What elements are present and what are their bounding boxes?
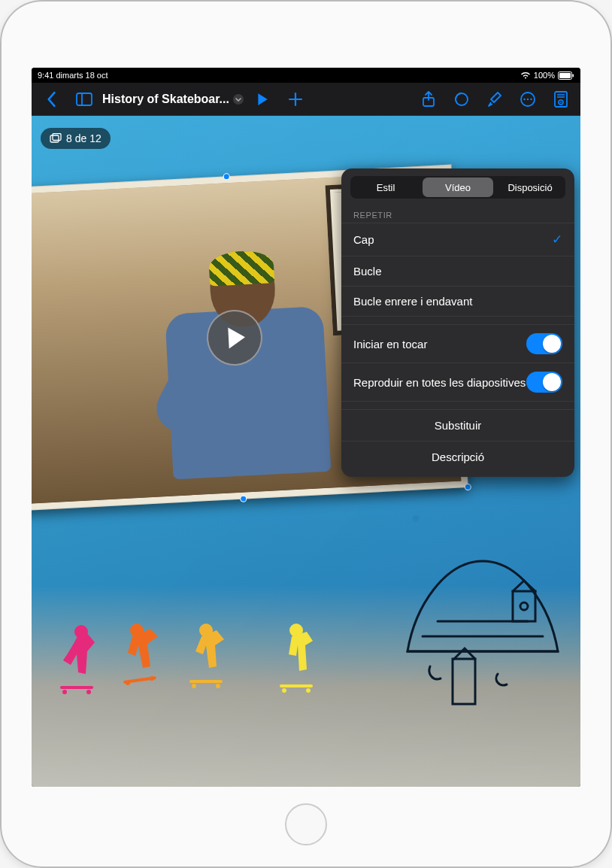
app-toolbar: History of Skateboar... <box>32 83 580 116</box>
format-tabs: Estil Vídeo Disposició <box>350 176 565 199</box>
wifi-icon <box>520 71 531 79</box>
play-presentation-button[interactable] <box>247 84 277 114</box>
animate-button[interactable] <box>447 84 477 114</box>
status-time: 9:41 dimarts 18 oct <box>38 71 108 80</box>
start-on-tap-row[interactable]: Iniciar en tocar <box>341 324 574 363</box>
svg-point-10 <box>527 98 529 99</box>
start-on-tap-label: Iniciar en tocar <box>353 338 427 351</box>
repeat-none-label: Cap <box>353 233 374 246</box>
slide-canvas[interactable]: 8 de 12 <box>32 116 580 787</box>
section-repeat-title: REPETIR <box>341 206 574 223</box>
document-title: History of Skateboar... <box>102 93 229 106</box>
checkmark-icon: ✓ <box>552 232 562 247</box>
svg-rect-2 <box>573 74 574 77</box>
svg-rect-17 <box>50 135 59 142</box>
svg-point-26 <box>150 676 154 681</box>
reading-mode-button[interactable] <box>546 84 576 114</box>
document-title-group[interactable]: History of Skateboar... <box>102 93 244 106</box>
svg-rect-28 <box>189 680 223 683</box>
play-all-slides-label: Reproduir en totes les diapositives <box>353 376 526 389</box>
tab-video[interactable]: Vídeo <box>423 178 493 197</box>
svg-rect-20 <box>60 686 93 689</box>
svg-point-11 <box>530 98 532 99</box>
repeat-options-group: Cap ✓ Bucle Bucle enrere i endavant <box>341 223 574 317</box>
svg-point-30 <box>216 684 220 688</box>
svg-point-34 <box>306 688 311 693</box>
svg-point-21 <box>62 690 67 694</box>
slide-counter-badge[interactable]: 8 de 12 <box>41 128 111 149</box>
svg-point-22 <box>86 690 91 694</box>
replace-button[interactable]: Substituir <box>341 409 574 441</box>
svg-point-25 <box>126 681 130 685</box>
battery-pct: 100% <box>534 71 555 80</box>
more-button[interactable] <box>513 84 543 114</box>
chevron-down-icon <box>232 93 244 105</box>
skater-graphic <box>54 621 102 697</box>
share-button[interactable] <box>414 84 444 114</box>
tab-layout[interactable]: Disposició <box>495 176 565 199</box>
format-popover: Estil Vídeo Disposició REPETIR Cap ✓ Buc… <box>341 168 574 477</box>
svg-point-37 <box>520 602 528 610</box>
play-all-slides-toggle[interactable] <box>526 372 562 393</box>
slides-icon <box>50 133 62 144</box>
slide-counter-text: 8 de 12 <box>66 132 101 144</box>
repeat-option-loop-bf[interactable]: Bucle enrere i endavant <box>341 286 574 317</box>
svg-rect-1 <box>559 73 571 78</box>
repeat-loop-label: Bucle <box>353 265 382 278</box>
battery-icon <box>558 71 574 80</box>
screen: 9:41 dimarts 18 oct 100% History of Skat… <box>32 68 580 787</box>
description-button[interactable]: Descripció <box>341 441 574 472</box>
play-icon <box>228 326 245 348</box>
skater-graphic <box>114 621 162 697</box>
start-on-tap-toggle[interactable] <box>526 333 562 354</box>
back-button[interactable] <box>36 84 66 114</box>
svg-rect-32 <box>280 684 313 687</box>
svg-point-9 <box>523 98 525 99</box>
add-button[interactable] <box>280 84 311 114</box>
repeat-loopbf-label: Bucle enrere i endavant <box>353 295 472 308</box>
play-all-slides-row[interactable]: Reproduir en totes les diapositives <box>341 363 574 402</box>
svg-rect-36 <box>513 591 535 621</box>
svg-rect-35 <box>453 659 475 704</box>
svg-rect-18 <box>53 134 61 141</box>
svg-rect-3 <box>77 93 92 105</box>
toggle-group: Iniciar en tocar Reproduir en totes les … <box>341 324 574 402</box>
format-paintbrush-button[interactable] <box>480 84 510 114</box>
status-bar: 9:41 dimarts 18 oct 100% <box>32 68 580 83</box>
svg-point-33 <box>282 688 286 693</box>
selection-handle[interactable] <box>223 173 230 180</box>
sidebar-toggle-button[interactable] <box>69 84 99 114</box>
svg-point-29 <box>192 684 196 688</box>
skater-graphic <box>272 621 320 697</box>
svg-point-5 <box>233 94 244 105</box>
home-button[interactable] <box>285 803 327 845</box>
svg-point-14 <box>560 102 562 103</box>
doodle-illustration <box>400 546 565 712</box>
skater-graphic <box>182 621 230 697</box>
ipad-device-frame: 9:41 dimarts 18 oct 100% History of Skat… <box>0 0 612 868</box>
repeat-option-none[interactable]: Cap ✓ <box>341 223 574 256</box>
repeat-option-loop[interactable]: Bucle <box>341 256 574 286</box>
tab-style[interactable]: Estil <box>350 176 421 199</box>
